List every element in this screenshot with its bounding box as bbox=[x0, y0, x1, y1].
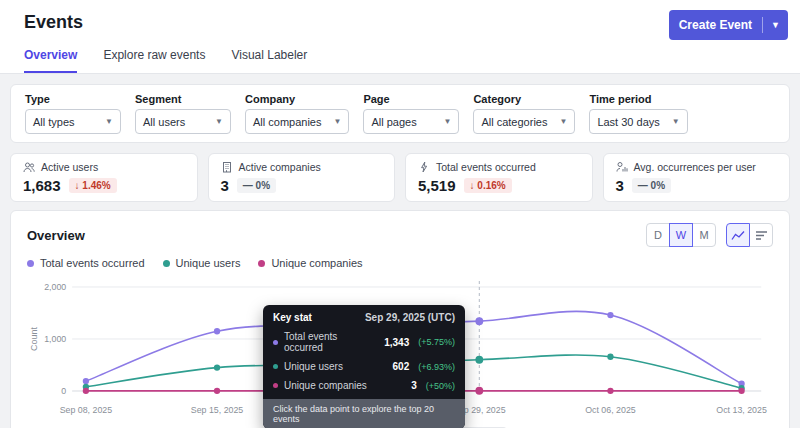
filter-segment-value: All users bbox=[143, 116, 185, 128]
stat-delta-badge: ↓ 0.16% bbox=[464, 178, 512, 193]
legend-item-unique-users[interactable]: Unique users bbox=[163, 257, 241, 269]
chevron-down-icon: ▼ bbox=[559, 117, 567, 126]
tooltip-row-change: (+5.75%) bbox=[418, 337, 455, 347]
chart-legend: Total events occurred Unique users Uniqu… bbox=[27, 257, 773, 269]
tooltip-row-label: Total events occurred bbox=[284, 331, 378, 353]
overview-panel: Overview D W M bbox=[10, 210, 790, 428]
tab-visual-labeler[interactable]: Visual Labeler bbox=[231, 48, 307, 73]
filter-segment-select[interactable]: All users ▼ bbox=[135, 109, 231, 134]
stat-delta-badge: ↓ 1.46% bbox=[69, 178, 117, 193]
svg-text:Oct 06, 2025: Oct 06, 2025 bbox=[585, 405, 636, 415]
chevron-down-icon: ▼ bbox=[215, 117, 223, 126]
stat-value: 3 bbox=[221, 177, 229, 194]
line-chart-icon bbox=[731, 230, 745, 241]
tab-overview[interactable]: Overview bbox=[24, 48, 77, 73]
series-dot bbox=[273, 383, 278, 388]
granularity-month-button[interactable]: M bbox=[692, 223, 716, 247]
filter-type-select[interactable]: All types ▼ bbox=[25, 109, 121, 134]
stat-label: Avg. occurrences per user bbox=[634, 161, 756, 173]
filter-segment: Segment All users ▼ bbox=[135, 93, 231, 134]
building-icon bbox=[221, 161, 233, 173]
svg-text:0: 0 bbox=[61, 386, 66, 396]
filter-page-label: Page bbox=[363, 93, 459, 105]
svg-text:1,000: 1,000 bbox=[44, 334, 66, 344]
user-stat-icon bbox=[616, 161, 628, 173]
granularity-toggle: D W M bbox=[646, 223, 716, 247]
filter-company-label: Company bbox=[245, 93, 349, 105]
bolt-icon bbox=[418, 161, 430, 173]
svg-text:Oct 13, 2025: Oct 13, 2025 bbox=[716, 405, 767, 415]
filter-type: Type All types ▼ bbox=[25, 93, 121, 134]
series-dot bbox=[273, 340, 278, 345]
tooltip-row-unique-companies: Unique companies 3 (+50%) bbox=[263, 376, 465, 395]
stat-label: Total events occurred bbox=[436, 161, 536, 173]
filter-company-value: All companies bbox=[253, 116, 321, 128]
stat-label: Active users bbox=[41, 161, 98, 173]
chevron-down-icon: ▼ bbox=[443, 117, 451, 126]
bar-list-icon bbox=[755, 230, 768, 241]
chevron-down-icon: ▼ bbox=[672, 117, 680, 126]
line-chart-button[interactable] bbox=[726, 223, 750, 247]
bar-list-button[interactable] bbox=[749, 223, 773, 247]
legend-label: Total events occurred bbox=[40, 257, 145, 269]
tooltip-row-value: 1,343 bbox=[384, 337, 409, 348]
filter-type-value: All types bbox=[33, 116, 75, 128]
stat-delta-badge: — 0% bbox=[237, 178, 276, 193]
legend-item-total-events[interactable]: Total events occurred bbox=[27, 257, 145, 269]
legend-item-unique-companies[interactable]: Unique companies bbox=[258, 257, 362, 269]
legend-label: Unique users bbox=[176, 257, 241, 269]
tab-explore-raw-events[interactable]: Explore raw events bbox=[103, 48, 205, 73]
tooltip-title: Key stat bbox=[273, 312, 312, 323]
tooltip-row-value: 3 bbox=[411, 380, 417, 391]
top-bar: Events Create Event ▼ bbox=[0, 0, 800, 42]
chart-controls: D W M bbox=[646, 223, 773, 247]
filter-category-value: All categories bbox=[481, 116, 547, 128]
tooltip-row-unique-users: Unique users 602 (+6.93%) bbox=[263, 357, 465, 376]
create-event-button[interactable]: Create Event ▼ bbox=[669, 10, 788, 40]
tooltip-footer: Click the data point to explore the top … bbox=[263, 399, 465, 428]
filter-time-period-label: Time period bbox=[589, 93, 687, 105]
svg-text:Count: Count bbox=[29, 326, 39, 351]
tooltip-row-label: Unique users bbox=[284, 361, 387, 372]
filter-category-label: Category bbox=[473, 93, 575, 105]
stat-value: 1,683 bbox=[23, 177, 61, 194]
legend-dot bbox=[258, 260, 265, 267]
create-event-label: Create Event bbox=[669, 18, 762, 32]
panel-title: Overview bbox=[27, 228, 85, 243]
svg-text:Sep 15, 2025: Sep 15, 2025 bbox=[191, 405, 244, 415]
tooltip-row-change: (+50%) bbox=[426, 381, 455, 391]
stat-card-avg-occurrences: Avg. occurrences per user 3 — 0% bbox=[603, 153, 791, 202]
stat-card-total-events: Total events occurred 5,519 ↓ 0.16% bbox=[405, 153, 593, 202]
stat-card-active-users: Active users 1,683 ↓ 1.46% bbox=[10, 153, 198, 202]
stat-card-active-companies: Active companies 3 — 0% bbox=[208, 153, 396, 202]
filter-company-select[interactable]: All companies ▼ bbox=[245, 109, 349, 134]
events-page: Events Create Event ▼ Overview Explore r… bbox=[0, 0, 800, 428]
svg-text:2,000: 2,000 bbox=[44, 282, 66, 292]
granularity-week-button[interactable]: W bbox=[669, 223, 693, 247]
filter-company: Company All companies ▼ bbox=[245, 93, 349, 134]
tooltip-row-total-events: Total events occurred 1,343 (+5.75%) bbox=[263, 327, 465, 357]
legend-dot bbox=[163, 260, 170, 267]
legend-dot bbox=[27, 260, 34, 267]
page-title: Events bbox=[24, 10, 83, 34]
chart-type-toggle bbox=[726, 223, 773, 247]
filter-page-value: All pages bbox=[371, 116, 416, 128]
chevron-down-icon[interactable]: ▼ bbox=[763, 20, 788, 30]
chevron-down-icon: ▼ bbox=[333, 117, 341, 126]
tab-bar: Overview Explore raw events Visual Label… bbox=[0, 42, 800, 74]
svg-text:Sep 08, 2025: Sep 08, 2025 bbox=[60, 405, 113, 415]
filter-time-period-select[interactable]: Last 30 days ▼ bbox=[589, 109, 687, 134]
legend-label: Unique companies bbox=[271, 257, 362, 269]
granularity-day-button[interactable]: D bbox=[646, 223, 670, 247]
series-dot bbox=[273, 364, 278, 369]
tooltip-row-label: Unique companies bbox=[284, 380, 405, 391]
filter-bar: Type All types ▼ Segment All users ▼ Com… bbox=[10, 84, 790, 143]
filter-type-label: Type bbox=[25, 93, 121, 105]
chart-area: 01,0002,000Sep 08, 2025Sep 15, 2025Sep 2… bbox=[27, 273, 773, 423]
tooltip-date: Sep 29, 2025 (UTC) bbox=[365, 312, 455, 323]
filter-page: Page All pages ▼ bbox=[363, 93, 459, 134]
filter-page-select[interactable]: All pages ▼ bbox=[363, 109, 459, 134]
filter-segment-label: Segment bbox=[135, 93, 231, 105]
filter-category-select[interactable]: All categories ▼ bbox=[473, 109, 575, 134]
tooltip-row-value: 602 bbox=[393, 361, 410, 372]
